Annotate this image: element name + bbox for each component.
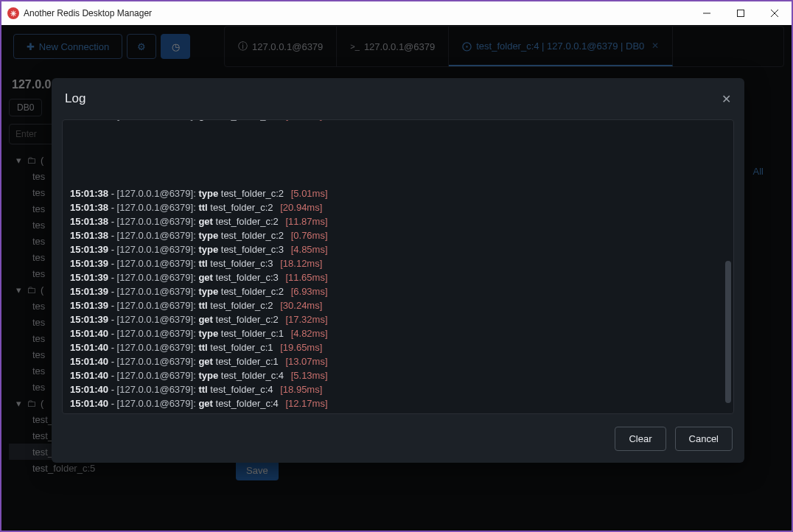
dialog-close-button[interactable]: ✕ [722,92,731,106]
log-line-partial: 15:01:37 - [127.0.0.1@6379]: get test_fo… [70,119,322,121]
window-minimize-button[interactable] [690,1,724,25]
window-close-button[interactable] [758,1,792,25]
log-line: 15:01:39 - [127.0.0.1@6379]: ttl test_fo… [70,298,723,312]
app-icon: ✳ [7,7,19,19]
svg-rect-1 [738,10,744,17]
log-line: 15:01:39 - [127.0.0.1@6379]: get test_fo… [70,312,723,326]
dialog-footer: Clear Cancel [52,414,744,463]
log-line: 15:01:40 - [127.0.0.1@6379]: get test_fo… [70,354,723,368]
log-line: 15:01:40 - [127.0.0.1@6379]: type test_f… [70,368,723,382]
log-box[interactable]: 15:01:37 - [127.0.0.1@6379]: get test_fo… [62,119,734,414]
log-line: 15:01:40 - [127.0.0.1@6379]: ttl test_fo… [70,382,723,396]
dialog-header: Log ✕ [52,78,744,119]
log-dialog: Log ✕ 15:01:37 - [127.0.0.1@6379]: get t… [52,78,744,463]
app-title: Another Redis Desktop Manager [24,8,152,18]
log-line: 15:01:40 - [127.0.0.1@6379]: get test_fo… [70,396,723,410]
log-line: 15:01:39 - [127.0.0.1@6379]: type test_f… [70,242,723,256]
log-scrollbar[interactable] [725,125,731,409]
log-line: 15:01:38 - [127.0.0.1@6379]: ttl test_fo… [70,200,723,214]
log-line: 15:01:39 - [127.0.0.1@6379]: ttl test_fo… [70,256,723,270]
log-line: 15:01:38 - [127.0.0.1@6379]: get test_fo… [70,214,723,228]
scrollbar-thumb[interactable] [725,261,731,403]
clear-button[interactable]: Clear [615,427,666,451]
log-line: 15:01:38 - [127.0.0.1@6379]: type test_f… [70,228,723,242]
log-lines: 15:01:38 - [127.0.0.1@6379]: type test_f… [63,186,723,410]
log-line: 15:01:39 - [127.0.0.1@6379]: get test_fo… [70,270,723,284]
window-maximize-button[interactable] [724,1,758,25]
log-line: 15:01:38 - [127.0.0.1@6379]: type test_f… [70,186,723,200]
app-window: ✳ Another Redis Desktop Manager ✚ New Co… [1,1,792,531]
window-titlebar: ✳ Another Redis Desktop Manager [1,1,792,25]
dialog-title: Log [65,91,85,106]
log-line: 15:01:39 - [127.0.0.1@6379]: type test_f… [70,284,723,298]
log-line: 15:01:40 - [127.0.0.1@6379]: ttl test_fo… [70,340,723,354]
log-line: 15:01:40 - [127.0.0.1@6379]: type test_f… [70,326,723,340]
cancel-button[interactable]: Cancel [675,427,733,451]
